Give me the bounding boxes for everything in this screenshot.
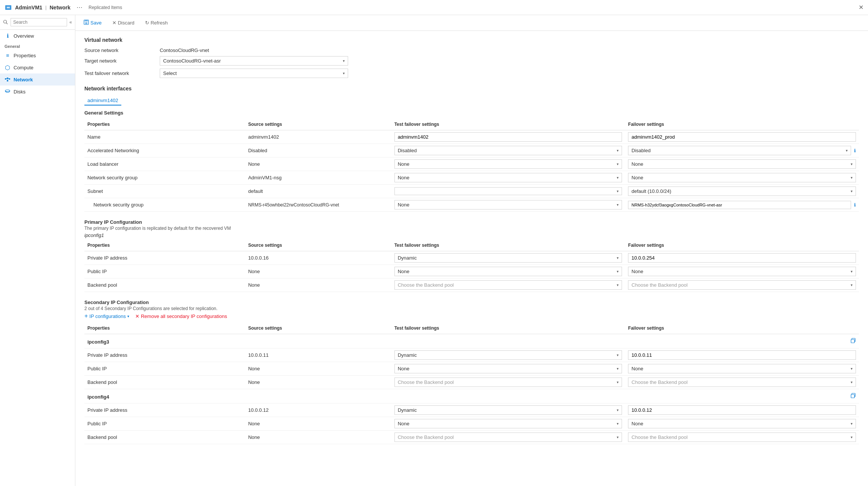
sip-ic4-private-test-select[interactable]: Dynamic ▾ bbox=[394, 405, 622, 415]
collapse-button[interactable]: « bbox=[69, 20, 72, 25]
close-button[interactable]: ✕ bbox=[859, 4, 863, 11]
gs-name-failover-input[interactable] bbox=[628, 132, 856, 142]
gs-nsg2-prop: Network security group bbox=[84, 198, 245, 212]
save-label: Save bbox=[90, 20, 102, 26]
pip-public-failover-select[interactable]: None ▾ bbox=[628, 267, 856, 276]
gs-nsg-test-select[interactable]: None ▾ bbox=[394, 173, 622, 182]
accel-info-icon[interactable]: ℹ bbox=[854, 148, 856, 153]
discard-label: Discard bbox=[118, 20, 134, 26]
remove-all-secondary-button[interactable]: ✕ Remove all secondary IP configurations bbox=[135, 313, 227, 319]
gs-nsg2-source: NRMS-r45owhbei22rwContosoCloudRG-vnet bbox=[245, 198, 391, 212]
gs-lb-test-select[interactable]: None ▾ bbox=[394, 159, 622, 169]
discard-button[interactable]: ✕ Discard bbox=[110, 18, 137, 27]
test-failover-network-row: Test failover network Select ▾ bbox=[84, 69, 859, 78]
sidebar-item-label-overview: Overview bbox=[14, 33, 34, 39]
gs-subnet-test-select[interactable]: ▾ bbox=[394, 187, 622, 195]
primary-ip-title: Primary IP Configuration bbox=[84, 219, 859, 225]
secondary-ip-section: Secondary IP Configuration 2 out of 4 Se… bbox=[84, 300, 859, 444]
pip-private-failover bbox=[625, 251, 859, 265]
nsg2-info-icon[interactable]: ℹ bbox=[854, 202, 856, 208]
sidebar-item-compute[interactable]: ⬡ Compute bbox=[0, 61, 75, 73]
sip-ic3-private-test-select[interactable]: Dynamic ▾ bbox=[394, 350, 622, 360]
pip-backend-test-select[interactable]: Choose the Backend pool ▾ bbox=[394, 280, 622, 290]
sidebar-item-properties[interactable]: ≡ Properties bbox=[0, 49, 75, 61]
sip-ic3-public-failover-select[interactable]: None ▾ bbox=[628, 364, 856, 373]
ipconfig3-copy-icon[interactable] bbox=[851, 338, 856, 344]
gs-nsg2-test: None ▾ bbox=[391, 198, 625, 212]
subtitle: Replicated Items bbox=[89, 5, 122, 10]
sidebar-item-overview[interactable]: ℹ Overview bbox=[0, 30, 75, 42]
more-button[interactable]: ⋯ bbox=[76, 4, 83, 11]
sidebar: « ℹ Overview General ≡ Properties ⬡ Comp… bbox=[0, 15, 75, 486]
gs-accel-failover: Disabled ▾ ℹ bbox=[625, 144, 859, 157]
gs-nsg-test: None ▾ bbox=[391, 171, 625, 185]
gs-nsg-failover-select[interactable]: None ▾ bbox=[628, 173, 856, 182]
svg-line-4 bbox=[6, 23, 8, 24]
toolbar: Save ✕ Discard ↻ Refresh bbox=[75, 15, 868, 31]
table-row: Private IP address 10.0.0.11 Dynamic ▾ bbox=[84, 348, 859, 362]
table-row: Load balancer None None ▾ bbox=[84, 157, 859, 171]
sip-ic4-backend-failover-select[interactable]: Choose the Backend pool ▾ bbox=[628, 433, 856, 442]
sidebar-search-container: « bbox=[0, 15, 75, 30]
compute-icon: ⬡ bbox=[5, 64, 11, 70]
svg-rect-8 bbox=[7, 80, 8, 81]
gs-accel-test-select[interactable]: Disabled ▾ bbox=[394, 146, 622, 155]
pip-private-prop: Private IP address bbox=[84, 251, 245, 265]
target-network-select[interactable]: ContosoCloudRG-vnet-asr ▾ bbox=[160, 56, 348, 66]
gs-subnet-failover: default (10.0.0/24) ▾ bbox=[625, 185, 859, 198]
table-row: Subnet default ▾ bbox=[84, 185, 859, 198]
pip-private-failover-input[interactable] bbox=[628, 253, 856, 263]
vm-name: AdminVM1 bbox=[15, 5, 42, 11]
gs-nsg2-test-select[interactable]: None ▾ bbox=[394, 200, 622, 209]
source-network-row: Source network ContosoCloudRG-vnet bbox=[84, 47, 859, 53]
gs-subnet-failover-select[interactable]: default (10.0.0/24) ▾ bbox=[628, 186, 856, 196]
sip-ic3-private-failover-input[interactable] bbox=[628, 350, 856, 360]
gs-name-test-input[interactable] bbox=[394, 132, 622, 142]
virtual-network-title: Virtual network bbox=[84, 37, 859, 43]
table-row: Backend pool None Choose the Backend poo… bbox=[84, 278, 859, 292]
sidebar-item-label-properties: Properties bbox=[14, 53, 36, 58]
gs-accel-failover-select[interactable]: Disabled ▾ bbox=[628, 146, 851, 155]
general-section-label: General bbox=[0, 42, 75, 49]
gs-accel-test: Disabled ▾ bbox=[391, 144, 625, 157]
refresh-button[interactable]: ↻ Refresh bbox=[143, 18, 170, 27]
sip-ic3-private-prop: Private IP address bbox=[84, 348, 245, 362]
pip-backend-failover-select[interactable]: Choose the Backend pool ▾ bbox=[628, 280, 856, 290]
test-failover-network-select[interactable]: Select ▾ bbox=[160, 69, 348, 78]
sip-ic3-backend-test-select[interactable]: Choose the Backend pool ▾ bbox=[394, 377, 622, 387]
sidebar-item-network[interactable]: Network bbox=[0, 73, 75, 86]
target-network-label: Target network bbox=[84, 58, 160, 64]
search-input[interactable] bbox=[11, 18, 67, 26]
sip-ic4-public-failover-select[interactable]: None ▾ bbox=[628, 419, 856, 428]
interface-tab-adminvm1402[interactable]: adminvm1402 bbox=[84, 96, 121, 105]
gs-accel-prop: Accelerated Networking bbox=[84, 144, 245, 157]
table-row: Public IP None None ▾ bbox=[84, 417, 859, 431]
sip-ic4-private-failover-input[interactable] bbox=[628, 405, 856, 415]
pip-col-properties: Properties bbox=[84, 241, 245, 251]
add-ip-config-button[interactable]: + IP configurations ▾ bbox=[84, 313, 129, 319]
network-interfaces-section: Network interfaces adminvm1402 General S… bbox=[84, 86, 859, 444]
pip-public-test-select[interactable]: None ▾ bbox=[394, 267, 622, 276]
pip-private-test-select[interactable]: Dynamic ▾ bbox=[394, 253, 622, 263]
sip-ic3-backend-failover-select[interactable]: Choose the Backend pool ▾ bbox=[628, 377, 856, 387]
general-settings-title: General Settings bbox=[84, 110, 859, 116]
discard-icon: ✕ bbox=[112, 20, 116, 26]
gs-nsg2-failover-input[interactable] bbox=[628, 201, 851, 209]
col-header-properties: Properties bbox=[84, 120, 245, 130]
sip-ic4-private-source: 10.0.0.12 bbox=[245, 403, 391, 417]
sip-ic4-backend-test-select[interactable]: Choose the Backend pool ▾ bbox=[394, 433, 622, 442]
save-button[interactable]: Save bbox=[81, 18, 104, 28]
add-icon: + bbox=[84, 313, 88, 319]
target-network-value: ContosoCloudRG-vnet-asr bbox=[163, 58, 221, 64]
ipconfig4-copy-icon[interactable] bbox=[851, 393, 856, 399]
gs-name-failover bbox=[625, 130, 859, 144]
sip-ic3-public-test-select[interactable]: None ▾ bbox=[394, 364, 622, 373]
svg-rect-2 bbox=[7, 7, 10, 8]
sip-ic4-public-source: None bbox=[245, 417, 391, 431]
pip-private-test: Dynamic ▾ bbox=[391, 251, 625, 265]
sip-ic4-public-test-select[interactable]: None ▾ bbox=[394, 419, 622, 428]
table-row: Accelerated Networking Disabled Disabled… bbox=[84, 144, 859, 157]
gs-lb-failover-select[interactable]: None ▾ bbox=[628, 159, 856, 169]
gs-lb-test: None ▾ bbox=[391, 157, 625, 171]
sidebar-item-disks[interactable]: Disks bbox=[0, 86, 75, 98]
